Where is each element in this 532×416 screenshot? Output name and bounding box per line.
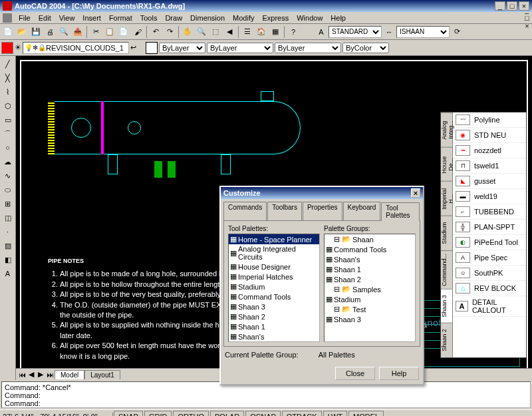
tab-model[interactable]: Model <box>55 370 84 379</box>
undo-icon[interactable]: ↶ <box>149 25 162 39</box>
tab-keyboard[interactable]: Keyboard <box>343 202 381 220</box>
properties-icon[interactable]: ☰ <box>241 25 254 39</box>
rect-icon[interactable]: ▭ <box>1 113 15 126</box>
menu-modify[interactable]: Modify <box>229 14 258 22</box>
color-swatch[interactable] <box>1 42 13 54</box>
palette-item[interactable]: ⌐TUBEBEND <box>453 204 526 220</box>
palette-tab-active[interactable]: Shaan 3 <box>441 289 452 323</box>
revcloud-icon[interactable]: ☁ <box>1 155 15 168</box>
pan-icon[interactable]: ✋ <box>181 25 194 39</box>
region-icon[interactable]: ◧ <box>1 253 15 266</box>
ellipse-icon[interactable]: ⬭ <box>1 183 15 196</box>
zoom-icon[interactable]: 🔍 <box>195 25 208 39</box>
linetype-dropdown[interactable]: ByLayer <box>207 43 273 53</box>
new-icon[interactable]: 📄 <box>1 25 15 39</box>
text-icon[interactable]: A <box>1 267 15 280</box>
menu-dimension[interactable]: Dimension <box>186 14 229 22</box>
palettes-listbox[interactable]: ▦Home - Space Planner ▦Analog Integrated… <box>228 234 320 342</box>
palette-tab[interactable]: Analog Integ... <box>441 112 452 147</box>
color-dropdown[interactable]: ByLayer <box>159 43 205 53</box>
toggle-grid[interactable]: GRID <box>144 411 172 417</box>
publish-icon[interactable]: 📤 <box>71 25 84 39</box>
palette-item[interactable]: ⊓tsweld1 <box>453 158 526 174</box>
dim-icon[interactable]: ↔ <box>382 25 396 39</box>
palette-item[interactable]: ADETAIL CALLOUT <box>453 296 526 317</box>
redo-icon[interactable]: ↷ <box>163 25 176 39</box>
palette-tab[interactable]: House De... <box>441 147 452 182</box>
layer-prev-icon[interactable]: ↩ <box>130 43 136 52</box>
spline-icon[interactable]: ∿ <box>1 169 15 182</box>
block-icon[interactable]: ◫ <box>1 211 15 224</box>
tab-first-icon[interactable]: ⏮ <box>17 371 27 379</box>
menu-window[interactable]: Window <box>293 14 327 22</box>
menu-file[interactable]: File <box>15 14 35 22</box>
toggle-osnap[interactable]: OSNAP <box>245 411 281 417</box>
tab-properties[interactable]: Properties <box>303 202 342 220</box>
zoom-win-icon[interactable]: ⬚ <box>209 25 222 39</box>
tab-next-icon[interactable]: ▶ <box>36 370 45 379</box>
dim-style-dropdown[interactable]: ISHAAN <box>396 26 450 38</box>
open-icon[interactable]: 📂 <box>15 25 29 39</box>
preview-icon[interactable]: 🔍 <box>57 25 70 39</box>
lineweight-dropdown[interactable]: ByLayer <box>275 43 341 53</box>
palette-tab[interactable]: Shaan 2 <box>441 323 452 357</box>
copy-icon[interactable]: 📋 <box>103 25 116 39</box>
palette-tab[interactable]: Imperial H... <box>441 181 452 216</box>
palette-item[interactable]: ☺SouthPK <box>453 266 526 281</box>
tab-prev-icon[interactable]: ◀ <box>27 370 36 379</box>
toggle-model[interactable]: MODEL <box>348 411 384 417</box>
help-button[interactable]: Help <box>379 367 419 380</box>
toggle-otrack[interactable]: OTRACK <box>282 411 322 417</box>
toggle-ortho[interactable]: ORTHO <box>173 411 209 417</box>
doc-close[interactable]: × <box>525 22 529 30</box>
polygon-icon[interactable]: ⬡ <box>1 99 15 112</box>
palette-item[interactable]: ╬PLAN-SPPT <box>453 220 526 235</box>
paste-icon[interactable]: 📄 <box>117 25 130 39</box>
pline-icon[interactable]: ⌇ <box>1 85 15 99</box>
layer-props-icon[interactable]: ☀ <box>15 43 21 52</box>
doc-minimize[interactable]: _ <box>525 6 529 14</box>
palette-item[interactable]: ◉STD NEU <box>453 128 526 143</box>
close-button[interactable]: Close <box>335 367 375 380</box>
color-control[interactable] <box>146 42 158 54</box>
toggle-polar[interactable]: POLAR <box>210 411 244 417</box>
toggle-lwt[interactable]: LWT <box>323 411 347 417</box>
layer-dropdown[interactable]: 💡❄🔒 REVISION_CLOUDS_1 <box>23 42 129 54</box>
menu-express[interactable]: Express <box>258 14 293 22</box>
minimize-button[interactable]: _ <box>495 1 505 11</box>
menu-insert[interactable]: Insert <box>78 14 105 22</box>
arc-icon[interactable]: ⌒ <box>1 127 15 140</box>
menu-view[interactable]: View <box>55 14 79 22</box>
design-center-icon[interactable]: 🏠 <box>255 25 268 39</box>
palette-item[interactable]: 〰Polyline <box>453 112 526 128</box>
print-icon[interactable]: 🖨 <box>43 25 57 39</box>
doc-restore[interactable]: □ <box>525 14 529 22</box>
tab-commands[interactable]: Commands <box>223 202 267 220</box>
hatch-icon[interactable]: ▨ <box>1 239 15 252</box>
save-icon[interactable]: 💾 <box>29 25 43 39</box>
xline-icon[interactable]: ╳ <box>1 71 15 85</box>
tab-toolbars[interactable]: Toolbars <box>267 202 302 220</box>
palette-tab[interactable]: Stadium <box>441 216 452 250</box>
toggle-snap[interactable]: SNAP <box>114 411 143 417</box>
dim-style-icon[interactable]: A <box>315 25 328 39</box>
match-icon[interactable]: 🖌 <box>131 25 144 39</box>
help-icon[interactable]: ? <box>287 25 300 39</box>
palette-item[interactable]: APipe Spec <box>453 250 526 266</box>
menu-tools[interactable]: Tools <box>136 14 162 22</box>
cut-icon[interactable]: ✂ <box>89 25 102 39</box>
tab-tool-palettes[interactable]: Tool Palettes <box>381 202 420 221</box>
menu-edit[interactable]: Edit <box>35 14 55 22</box>
palette-tab[interactable]: Command... <box>441 250 452 289</box>
command-line[interactable]: Command: *Cancel* Command: Command: <box>1 381 531 408</box>
palette-item[interactable]: ▬weld19 <box>453 189 526 204</box>
circle-icon[interactable]: ○ <box>1 141 15 154</box>
maximize-button[interactable]: □ <box>507 1 517 11</box>
menu-draw[interactable]: Draw <box>161 14 186 22</box>
line-icon[interactable]: ╱ <box>1 57 15 71</box>
groups-tree[interactable]: ⊟ 📂 Shaan ▦ Command Tools ▦ Shaan's ▦ Sh… <box>324 234 416 342</box>
tool-palette-icon[interactable]: ▦ <box>269 25 282 39</box>
insert-icon[interactable]: ⊞ <box>1 197 15 210</box>
menu-format[interactable]: Format <box>105 14 136 22</box>
dialog-close-icon[interactable]: × <box>411 188 420 198</box>
